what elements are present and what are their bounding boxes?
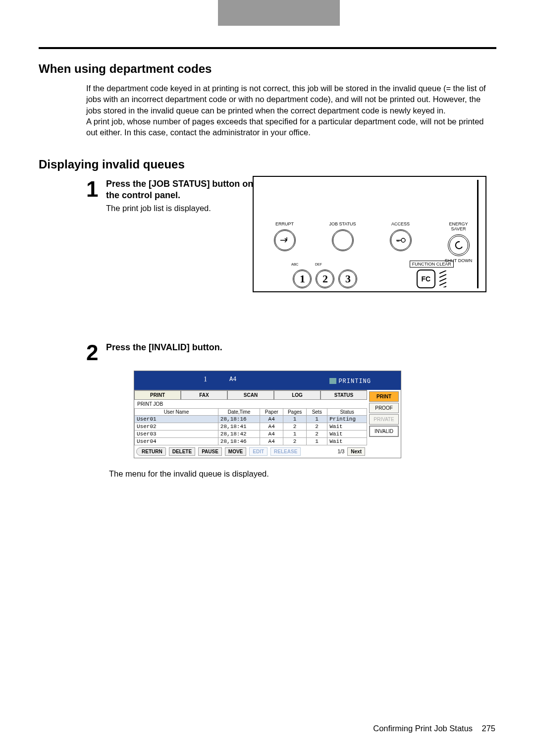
col-paper: Paper bbox=[260, 409, 283, 416]
side-print-button[interactable]: PRINT bbox=[369, 391, 399, 402]
control-panel-figure: ERRUPT JOB STATUS ACCESS ENERGY SAVER bbox=[253, 176, 486, 292]
hatch-icon bbox=[439, 270, 447, 288]
numpad-3[interactable]: 3 bbox=[338, 270, 357, 288]
step-1-number: 1 bbox=[86, 178, 106, 213]
step-2-number: 2 bbox=[86, 342, 106, 364]
col-datetime: Date,Time bbox=[218, 409, 260, 416]
printing-icon bbox=[329, 378, 336, 384]
panel-label-jobstatus: JOB STATUS bbox=[314, 221, 372, 226]
access-button[interactable] bbox=[390, 229, 412, 251]
screen-status-text: PRINTING bbox=[338, 378, 371, 385]
panel-def-label: DEF bbox=[315, 263, 322, 266]
col-status: Status bbox=[327, 409, 367, 416]
col-pages: Pages bbox=[283, 409, 307, 416]
panel-label-access: ACCESS bbox=[372, 221, 429, 226]
col-sets: Sets bbox=[307, 409, 327, 416]
table-row[interactable]: User0328,18:42A412Wait bbox=[135, 431, 367, 438]
footer-page: 275 bbox=[482, 724, 495, 733]
header-gray-block bbox=[218, 0, 340, 26]
tab-print[interactable]: PRINT bbox=[134, 390, 181, 400]
job-table: User Name Date,Time Paper Pages Sets Sta… bbox=[134, 408, 367, 445]
panel-abc-label: ABC bbox=[291, 263, 298, 266]
screen-subtitle: PRINT JOB bbox=[134, 400, 367, 408]
screen-paper: A4 bbox=[229, 376, 236, 383]
fc-button[interactable]: FC bbox=[417, 270, 435, 288]
job-status-screen: 1 A4 PRINTING PRINT FAX SCAN LOG STATUS … bbox=[134, 371, 401, 458]
edit-button[interactable]: EDIT bbox=[249, 447, 268, 456]
tab-status[interactable]: STATUS bbox=[321, 390, 367, 400]
page-indicator: 1/3 bbox=[337, 449, 344, 454]
intro-paragraph: If the department code keyed in at print… bbox=[86, 83, 496, 138]
energy-saver-button[interactable] bbox=[448, 234, 470, 256]
release-button[interactable]: RELEASE bbox=[270, 447, 301, 456]
rule-top bbox=[39, 47, 496, 49]
job-status-button[interactable] bbox=[332, 229, 354, 251]
tab-fax[interactable]: FAX bbox=[181, 390, 227, 400]
screen-count: 1 bbox=[204, 376, 207, 383]
heading-main: When using department codes bbox=[39, 62, 496, 76]
table-row[interactable]: User0428,18:46A421Wait bbox=[135, 438, 367, 445]
step-2-after: The menu for the invalid queue is displa… bbox=[109, 469, 496, 479]
interrupt-button[interactable] bbox=[274, 229, 296, 251]
next-button[interactable]: Next bbox=[347, 447, 365, 456]
panel-label-energy: ENERGY SAVER bbox=[429, 221, 487, 231]
panel-label-interrupt: ERRUPT bbox=[256, 221, 314, 226]
table-row[interactable]: User0228,18:41A422Wait bbox=[135, 423, 367, 431]
page-footer: Confirming Print Job Status 275 bbox=[373, 724, 495, 733]
side-private-button[interactable]: PRIVATE bbox=[369, 414, 399, 425]
numpad-2[interactable]: 2 bbox=[316, 270, 334, 288]
delete-button[interactable]: DELETE bbox=[169, 447, 195, 456]
step-1-sub: The print job list is displayed. bbox=[106, 204, 255, 213]
function-clear-label: FUNCTION CLEAR bbox=[410, 261, 454, 268]
step-1-title: Press the [JOB STATUS] button on the con… bbox=[106, 178, 255, 201]
step-2: 2 Press the [INVALID] button. bbox=[39, 342, 496, 364]
tab-scan[interactable]: SCAN bbox=[227, 390, 274, 400]
col-user: User Name bbox=[135, 409, 218, 416]
footer-title: Confirming Print Job Status bbox=[373, 724, 473, 733]
return-button[interactable]: RETURN bbox=[136, 447, 166, 456]
svg-point-0 bbox=[401, 238, 405, 242]
numpad-1[interactable]: 1 bbox=[293, 270, 312, 288]
move-button[interactable]: MOVE bbox=[225, 447, 246, 456]
side-invalid-button[interactable]: INVALID bbox=[369, 426, 399, 437]
side-proof-button[interactable]: PROOF bbox=[369, 403, 399, 413]
tab-log[interactable]: LOG bbox=[274, 390, 321, 400]
heading-sub: Displaying invalid queues bbox=[39, 158, 496, 171]
step-2-title: Press the [INVALID] button. bbox=[106, 342, 496, 353]
pause-button[interactable]: PAUSE bbox=[198, 447, 222, 456]
table-row[interactable]: User0128,18:16A411Printing bbox=[135, 416, 367, 423]
